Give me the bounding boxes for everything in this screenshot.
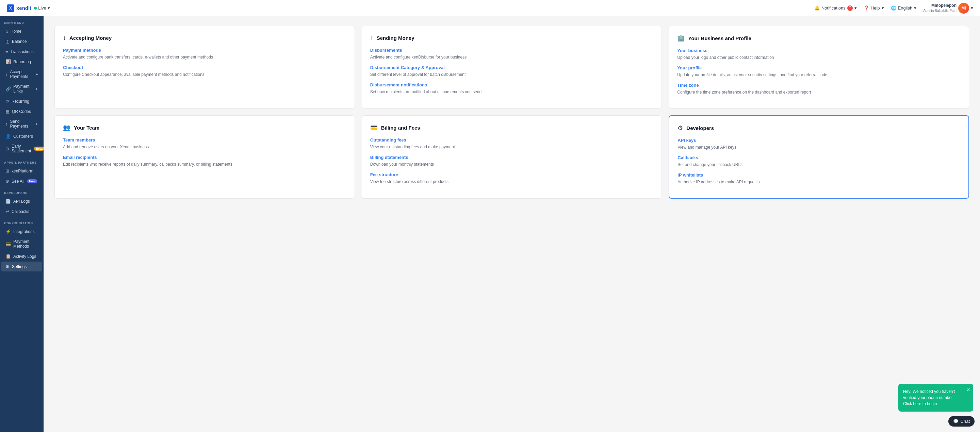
avatar-initials: Mi — [961, 6, 966, 11]
sidebar-item-qr-codes[interactable]: ▦QR Codes — [2, 106, 42, 116]
logo[interactable]: X xendit — [7, 5, 31, 12]
sidebar-item-label-transactions: Transactions — [11, 49, 34, 54]
help-chevron: ▾ — [882, 5, 884, 11]
sidebar-item-callbacks[interactable]: ↩Callbacks — [2, 206, 42, 216]
send-payments-icon: ↑ — [5, 121, 8, 127]
help-button[interactable]: ❓ Help ▾ — [864, 5, 884, 11]
sidebar-item-transactions[interactable]: ≡Transactions — [2, 47, 42, 56]
sidebar-item-label-customers: Customers — [13, 134, 33, 139]
sidebar-item-reporting[interactable]: 📊Reporting — [2, 57, 42, 67]
card-icon-accepting-money: ↓ — [63, 34, 66, 41]
card-desc-developers-0: View and manage your API keys — [678, 144, 960, 150]
help-icon: ❓ — [864, 5, 869, 11]
sidebar-item-customers[interactable]: 👤Customers — [2, 131, 42, 141]
avatar: Mi — [958, 3, 969, 14]
chat-label: Chat — [961, 419, 970, 424]
integrations-icon: ⚡ — [5, 229, 11, 234]
xenplatform-icon: ⊞ — [5, 168, 9, 173]
card-link-accepting-money-1[interactable]: Checkout — [63, 65, 347, 70]
sidebar-item-label-activity-logs: Activity Logs — [13, 254, 36, 259]
sidebar-item-label-home: Home — [11, 29, 21, 34]
home-icon: ⌂ — [5, 29, 8, 34]
card-desc-business-profile-1: Update your profile details, adjust your… — [677, 72, 961, 78]
bell-icon: 🔔 — [814, 5, 820, 11]
card-link-billing-fees-0[interactable]: Outstanding fees — [370, 137, 654, 143]
sidebar-item-label-reporting: Reporting — [13, 60, 31, 64]
card-header-developers: ⚙Developers — [678, 124, 960, 132]
card-icon-business-profile: 🏢 — [677, 34, 685, 42]
card-desc-sending-money-0: Activate and configure xenDisburse for y… — [370, 54, 654, 60]
card-link-sending-money-1[interactable]: Disbursement Category & Approval — [370, 65, 654, 70]
sidebar-item-send-payments[interactable]: ↑Send Payments▸ — [2, 117, 42, 131]
sidebar-item-balance[interactable]: ◫Balance — [2, 37, 42, 46]
card-desc-sending-money-2: Set how recipients are notified about di… — [370, 89, 654, 95]
card-link-your-team-1[interactable]: Email recipients — [63, 155, 347, 160]
sidebar-item-api-logs[interactable]: 📄API Logs — [2, 196, 42, 206]
sidebar-item-home[interactable]: ⌂Home — [2, 26, 42, 36]
card-title-developers: Developers — [686, 125, 714, 131]
see-all-icon: ⊕ — [5, 179, 9, 184]
card-link-sending-money-2[interactable]: Disbursement notifications — [370, 82, 654, 87]
card-header-business-profile: 🏢Your Business and Profile — [677, 34, 961, 42]
card-title-sending-money: Sending Money — [377, 35, 414, 41]
callbacks-icon: ↩ — [5, 209, 9, 214]
reporting-icon: 📊 — [5, 59, 11, 64]
sidebar-item-activity-logs[interactable]: 📋Activity Logs — [2, 251, 42, 261]
card-link-business-profile-1[interactable]: Your profile — [677, 65, 961, 70]
card-desc-accepting-money-0: Activate and configure bank transfers, c… — [63, 54, 347, 60]
card-link-accepting-money-0[interactable]: Payment methods — [63, 48, 347, 53]
toast-message: Hey! We noticed you haven't verified you… — [903, 389, 955, 406]
card-icon-billing-fees: 💳 — [370, 124, 378, 131]
card-desc-your-team-1: Edit recipients who receive reports of d… — [63, 161, 347, 167]
phone-verification-toast[interactable]: ✕ Hey! We noticed you haven't verified y… — [898, 384, 973, 411]
card-link-developers-1[interactable]: Callbacks — [678, 155, 960, 160]
card-link-business-profile-0[interactable]: Your business — [677, 48, 961, 53]
card-link-business-profile-2[interactable]: Time zone — [677, 83, 961, 88]
toast-close-button[interactable]: ✕ — [966, 386, 970, 394]
card-business-profile: 🏢Your Business and ProfileYour businessU… — [669, 26, 969, 108]
sidebar-item-settings[interactable]: ⚙Settings — [2, 262, 42, 272]
sidebar-item-label-payment-links: Payment Links — [13, 84, 34, 94]
notifications-chevron: ▾ — [854, 5, 857, 11]
transactions-icon: ≡ — [5, 49, 8, 54]
sidebar-item-label-api-logs: API Logs — [13, 199, 30, 204]
chat-button[interactable]: 💬 Chat — [948, 416, 975, 427]
card-desc-billing-fees-1: Download your monthly statements — [370, 161, 654, 167]
sidebar-item-see-all[interactable]: ⊕See AllNew — [2, 176, 42, 186]
sidebar-item-accept-payments[interactable]: ↓Accept Payments▸ — [2, 67, 42, 81]
sidebar-item-label-recurring: Recurring — [11, 99, 29, 104]
mode-selector[interactable]: Live ▾ — [34, 5, 50, 11]
card-desc-billing-fees-0: View your outstanding fees and make paym… — [370, 144, 654, 150]
user-menu[interactable]: Minopelepon Aurelia Salsabila Putri Mi ▾ — [923, 3, 973, 14]
sidebar-item-xenplatform[interactable]: ⊞xenPlatform — [2, 166, 42, 176]
card-desc-sending-money-1: Set different level of approval for batc… — [370, 71, 654, 78]
sidebar-item-label-see-all: See All — [11, 179, 24, 184]
card-desc-accepting-money-1: Configure Checkout appearance, available… — [63, 71, 347, 78]
card-link-developers-0[interactable]: API keys — [678, 138, 960, 143]
language-selector[interactable]: 🌐 English ▾ — [891, 5, 917, 11]
card-sending-money: ↑Sending MoneyDisbursementsActivate and … — [362, 26, 662, 108]
card-link-developers-2[interactable]: IP whitelists — [678, 173, 960, 178]
notifications-button[interactable]: 🔔 Notifications 7 ▾ — [814, 5, 857, 11]
sidebar-item-label-callbacks: Callbacks — [11, 209, 29, 214]
sidebar-item-recurring[interactable]: ↺Recurring — [2, 96, 42, 106]
card-desc-business-profile-0: Upload your logo and other public contac… — [677, 54, 961, 60]
card-title-billing-fees: Billing and Fees — [381, 125, 420, 130]
card-icon-developers: ⚙ — [678, 124, 683, 132]
card-link-sending-money-0[interactable]: Disbursements — [370, 48, 654, 53]
card-header-your-team: 👥Your Team — [63, 124, 347, 131]
sidebar-item-payment-methods[interactable]: 💳Payment Methods — [2, 237, 42, 251]
card-link-billing-fees-2[interactable]: Fee structure — [370, 172, 654, 177]
sidebar-item-integrations[interactable]: ⚡Integrations — [2, 227, 42, 237]
sidebar-item-payment-links[interactable]: 🔗Payment Links▸ — [2, 82, 42, 96]
recurring-icon: ↺ — [5, 98, 9, 104]
sidebar-arrow-send-payments: ▸ — [37, 122, 38, 125]
activity-logs-icon: 📋 — [5, 254, 11, 259]
card-link-your-team-0[interactable]: Team members — [63, 137, 347, 143]
sidebar-item-early-settlement[interactable]: ⊙Early SettlementBeta — [2, 141, 42, 156]
card-link-billing-fees-1[interactable]: Billing statements — [370, 155, 654, 160]
sidebar-item-label-accept-payments: Accept Payments — [10, 69, 34, 79]
sidebar-section-label: CONFIGURATION — [0, 217, 43, 226]
sidebar-item-label-payment-methods: Payment Methods — [13, 239, 38, 249]
sidebar-item-label-balance: Balance — [12, 39, 27, 44]
